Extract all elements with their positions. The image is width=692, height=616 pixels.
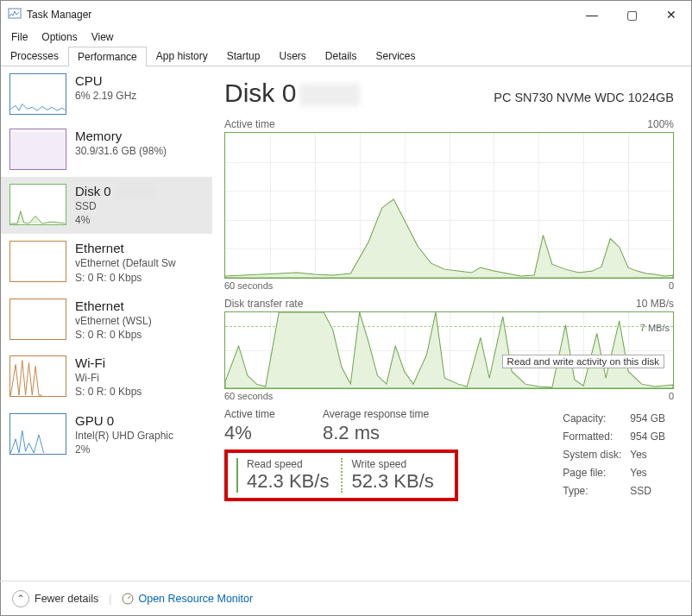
wifi-thumb xyxy=(9,355,66,397)
chart-tooltip: Read and write activity on this disk xyxy=(502,355,664,368)
footer: ⌃ Fewer details | Open Resource Monitor xyxy=(0,581,692,616)
tab-services[interactable]: Services xyxy=(367,46,425,66)
close-button[interactable]: ✕ xyxy=(651,1,691,28)
tab-performance[interactable]: Performance xyxy=(68,47,147,66)
tab-details[interactable]: Details xyxy=(316,46,367,66)
menu-view[interactable]: View xyxy=(85,28,121,46)
svg-rect-1 xyxy=(10,132,65,169)
menu-file[interactable]: File xyxy=(4,28,35,46)
chevron-up-icon: ⌃ xyxy=(12,590,29,607)
sidebar[interactable]: CPU6% 2.19 GHz Memory30.9/31.6 GB (98%) … xyxy=(1,66,212,577)
transfer-rate-chart[interactable]: 7 MB/s Read and write activity on this d… xyxy=(224,311,674,389)
sidebar-item-label: Disk 0 xyxy=(75,184,156,198)
resource-monitor-icon xyxy=(122,593,134,605)
open-resource-monitor-link[interactable]: Open Resource Monitor xyxy=(122,593,253,605)
minimize-button[interactable]: — xyxy=(572,1,612,28)
stat-active-time: Active time 4% xyxy=(224,408,302,444)
disk-info-table: Capacity:954 GB Formatted:954 GB System … xyxy=(561,408,674,501)
read-write-highlight: Read speed 42.3 KB/s Write speed 52.3 KB… xyxy=(224,449,458,501)
svg-line-3 xyxy=(128,596,130,599)
tab-startup[interactable]: Startup xyxy=(217,46,270,66)
title-bar: Task Manager — ▢ ✕ xyxy=(1,1,691,28)
disk-model: PC SN730 NVMe WDC 1024GB xyxy=(494,91,674,104)
tab-bar: Processes Performance App history Startu… xyxy=(1,46,691,66)
menu-bar: File Options View xyxy=(1,28,691,46)
sidebar-item-label: Ethernet xyxy=(75,299,152,313)
stat-read-speed: Read speed 42.3 KB/s xyxy=(236,458,341,493)
sidebar-item-ethernet-2[interactable]: EthernetvEthernet (WSL)S: 0 R: 0 Kbps xyxy=(1,292,212,349)
stat-write-speed: Write speed 52.3 KB/s xyxy=(341,458,445,493)
tab-processes[interactable]: Processes xyxy=(1,46,68,66)
memory-thumb xyxy=(9,129,66,170)
chart1-label: Active time xyxy=(224,118,275,130)
main-panel: Disk 0 PC SN730 NVMe WDC 1024GB Active t… xyxy=(212,66,691,577)
page-title: Disk 0 xyxy=(224,79,360,108)
sidebar-item-label: Memory xyxy=(75,129,167,143)
sidebar-item-label: Wi-Fi xyxy=(75,355,142,370)
chart2-label: Disk transfer rate xyxy=(224,298,303,310)
cpu-thumb xyxy=(9,73,66,115)
maximize-button[interactable]: ▢ xyxy=(612,1,651,28)
eth-thumb xyxy=(9,299,66,340)
sidebar-item-gpu0[interactable]: GPU 0Intel(R) UHD Graphic2% xyxy=(1,406,212,463)
sidebar-item-cpu[interactable]: CPU6% 2.19 GHz xyxy=(1,66,212,122)
gpu-thumb xyxy=(9,413,66,455)
chart1-max: 100% xyxy=(647,118,674,130)
fewer-details-button[interactable]: ⌃ Fewer details xyxy=(12,590,98,607)
sidebar-item-memory[interactable]: Memory30.9/31.6 GB (98%) xyxy=(1,122,212,177)
tab-app-history[interactable]: App history xyxy=(147,46,217,66)
sidebar-item-label: Ethernet xyxy=(75,241,176,255)
window-title: Task Manager xyxy=(27,9,91,21)
eth-thumb xyxy=(9,241,66,282)
tab-users[interactable]: Users xyxy=(269,46,315,66)
sidebar-item-label: GPU 0 xyxy=(75,413,173,428)
sidebar-item-label: CPU xyxy=(75,73,136,88)
chart2-max: 10 MB/s xyxy=(636,298,674,310)
sidebar-item-disk0[interactable]: Disk 0SSD4% xyxy=(1,177,212,234)
active-time-chart[interactable] xyxy=(224,132,674,279)
sidebar-item-wifi[interactable]: Wi-FiWi-FiS: 0 R: 0 Kbps xyxy=(1,349,212,405)
stat-avg-response: Average response time 8.2 ms xyxy=(323,408,429,444)
sidebar-item-ethernet-1[interactable]: EthernetvEthernet (Default SwS: 0 R: 0 K… xyxy=(1,234,212,291)
svg-rect-0 xyxy=(9,9,21,18)
menu-options[interactable]: Options xyxy=(35,28,84,46)
disk-thumb xyxy=(9,184,66,225)
app-icon xyxy=(8,8,22,22)
